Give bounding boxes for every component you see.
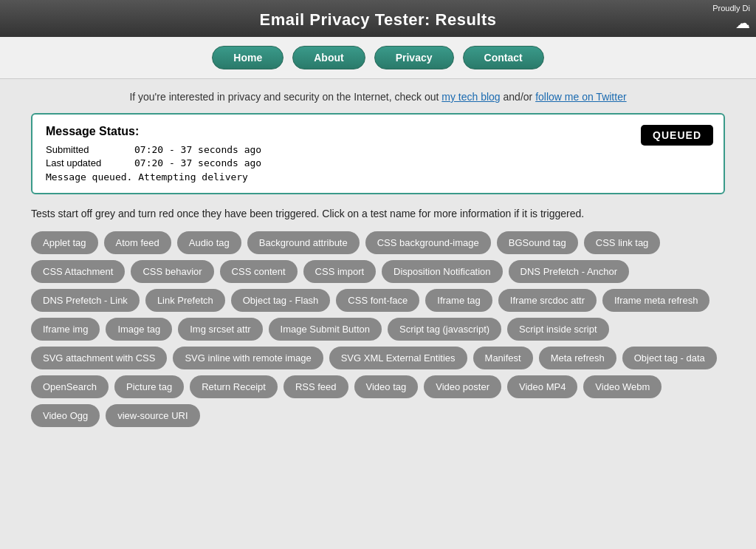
info-bar: If you're interested in privacy and secu…	[31, 91, 725, 103]
tag-css-link-tag[interactable]: CSS link tag	[584, 231, 661, 254]
tag-script-inside-script[interactable]: Script inside script	[507, 318, 608, 341]
cloud-icon: ☁	[735, 15, 750, 31]
tag-manifest[interactable]: Manifest	[473, 347, 533, 369]
nav-btn-contact[interactable]: Contact	[463, 46, 544, 69]
main-content: If you're interested in privacy and secu…	[16, 79, 740, 439]
tag-applet-tag[interactable]: Applet tag	[31, 231, 98, 254]
updated-label: Last updated	[46, 157, 120, 168]
tag-iframe-img[interactable]: Iframe img	[31, 318, 100, 341]
tag-meta-refresh[interactable]: Meta refresh	[539, 347, 616, 369]
description: Tests start off grey and turn red once t…	[31, 208, 725, 219]
info-text-middle: and/or	[501, 91, 535, 103]
tag-dns-prefetch---anchor[interactable]: DNS Prefetch - Anchor	[509, 260, 630, 283]
tag-svg-inline-with-remote-image[interactable]: SVG inline with remote image	[173, 347, 323, 369]
info-text-before: If you're interested in privacy and secu…	[129, 91, 441, 103]
tag-picture-tag[interactable]: Picture tag	[114, 375, 184, 398]
tag-css-behavior[interactable]: CSS behavior	[131, 260, 213, 283]
tag-svg-attachment-with-css[interactable]: SVG attachment with CSS	[31, 347, 167, 369]
tag-background-attribute[interactable]: Background attribute	[247, 231, 360, 254]
submitted-value: 07:20 - 37 seconds ago	[134, 144, 261, 155]
tag-object-tag---flash[interactable]: Object tag - Flash	[231, 289, 331, 312]
tag-script-tag-javascript[interactable]: Script tag (javascript)	[388, 318, 501, 341]
status-message: Message queued. Attempting delivery	[46, 171, 710, 183]
page-header: Email Privacy Tester: Results Proudly Di…	[0, 0, 756, 37]
tag-video-poster[interactable]: Video poster	[424, 375, 501, 398]
tag-video-webm[interactable]: Video Webm	[583, 375, 662, 398]
navigation: HomeAboutPrivacyContact	[0, 37, 756, 79]
tag-return-receipt[interactable]: Return Receipt	[190, 375, 278, 398]
nav-btn-privacy[interactable]: Privacy	[374, 46, 454, 69]
tag-img-srcset-attr[interactable]: Img srcset attr	[178, 318, 262, 341]
tag-view-source-uri[interactable]: view-source URI	[106, 404, 199, 427]
proudly-badge: Proudly Di ☁	[712, 3, 750, 33]
status-heading: Message Status:	[46, 125, 710, 138]
tag-iframe-meta-refresh[interactable]: Iframe meta refresh	[602, 289, 709, 312]
tag-audio-tag[interactable]: Audio tag	[177, 231, 241, 254]
twitter-link[interactable]: follow me on Twitter	[535, 91, 626, 103]
proudly-text: Proudly Di	[712, 4, 750, 13]
tag-css-attachment[interactable]: CSS Attachment	[31, 260, 125, 283]
tag-bgsound-tag[interactable]: BGSound tag	[497, 231, 578, 254]
nav-btn-about[interactable]: About	[292, 46, 365, 69]
tag-svg-xml-external-entities[interactable]: SVG XML External Entities	[329, 347, 467, 369]
tag-link-prefetch[interactable]: Link Prefetch	[145, 289, 225, 312]
tag-opensearch[interactable]: OpenSearch	[31, 375, 109, 398]
tag-css-background-image[interactable]: CSS background-image	[365, 231, 491, 254]
status-box: Message Status: QUEUED Submitted 07:20 -…	[31, 113, 725, 194]
tag-video-tag[interactable]: Video tag	[354, 375, 419, 398]
submitted-label: Submitted	[46, 144, 120, 155]
tag-dns-prefetch---link[interactable]: DNS Prefetch - Link	[31, 289, 140, 312]
tags-container: Applet tagAtom feedAudio tagBackground a…	[31, 231, 725, 427]
tag-css-content[interactable]: CSS content	[220, 260, 298, 283]
tag-video-ogg[interactable]: Video Ogg	[31, 404, 100, 427]
tag-disposition-notification[interactable]: Disposition Notification	[382, 260, 503, 283]
tag-css-import[interactable]: CSS import	[303, 260, 376, 283]
tag-image-tag[interactable]: Image tag	[106, 318, 172, 341]
tag-atom-feed[interactable]: Atom feed	[104, 231, 171, 254]
tech-blog-link[interactable]: my tech blog	[441, 91, 500, 103]
tag-iframe-srcdoc-attr[interactable]: Iframe srcdoc attr	[498, 289, 597, 312]
tag-rss-feed[interactable]: RSS feed	[284, 375, 348, 398]
tag-image-submit-button[interactable]: Image Submit Button	[269, 318, 382, 341]
updated-value: 07:20 - 37 seconds ago	[134, 157, 261, 168]
queued-badge: QUEUED	[641, 125, 713, 146]
tag-object-tag---data[interactable]: Object tag - data	[622, 347, 717, 369]
tag-iframe-tag[interactable]: Iframe tag	[425, 289, 492, 312]
nav-btn-home[interactable]: Home	[212, 46, 284, 69]
tag-css-font-face[interactable]: CSS font-face	[336, 289, 419, 312]
status-submitted-row: Submitted 07:20 - 37 seconds ago	[46, 144, 710, 155]
page-title: Email Privacy Tester: Results	[0, 10, 756, 30]
status-updated-row: Last updated 07:20 - 37 seconds ago	[46, 157, 710, 168]
tag-video-mp4[interactable]: Video MP4	[507, 375, 577, 398]
